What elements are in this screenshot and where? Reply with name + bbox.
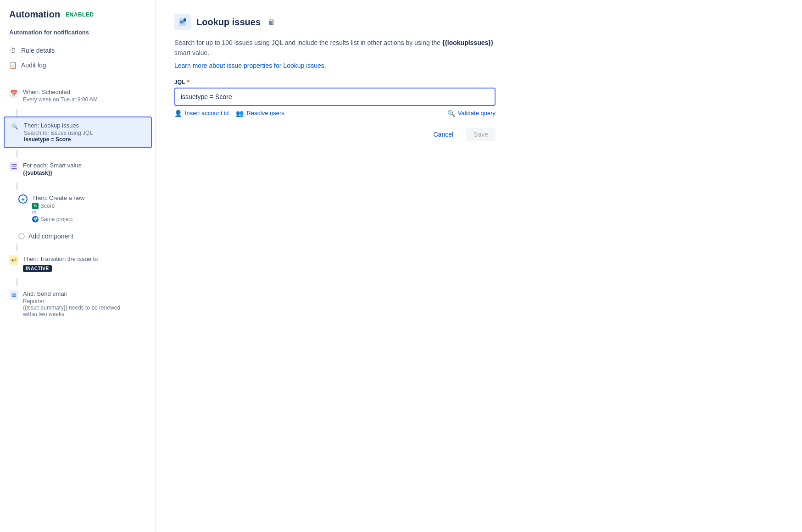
mail-icon: ✉ (9, 290, 18, 299)
lookup-icon: 🔍 (10, 122, 19, 131)
flow-item-for-each-title: For each: Smart value (23, 162, 146, 169)
connector-line-5 (17, 278, 17, 286)
flow-item-then-transition-content: Then: Transition the issue to INACTIVE (23, 255, 146, 272)
resolve-users-button[interactable]: 👥 Resolve users (236, 110, 284, 117)
flow-item-then-lookup-subtitle2: issuetype = Score (24, 136, 145, 143)
jql-label-text: JQL (174, 79, 185, 85)
connector-line-3 (17, 183, 17, 190)
flow-item-for-each[interactable]: ☰ For each: Smart value {{subtask}} (4, 157, 152, 181)
flow-item-and-send-email-subtitle2: {{issue.summary}} needs to be renewed (23, 305, 146, 311)
flow-item-then-create[interactable]: + Then: Create a new S Score in 🌍 Same p… (13, 190, 152, 227)
jql-input-container[interactable] (174, 88, 496, 106)
flow-item-and-send-email[interactable]: ✉ And: Send email Reporter {{issue.summa… (4, 286, 152, 322)
jql-input[interactable] (181, 93, 489, 100)
flow-item-when-scheduled[interactable]: 📅 When: Scheduled Every week on Tue at 9… (4, 84, 152, 107)
calendar-icon: 📅 (9, 89, 18, 98)
flow-item-and-send-email-title: And: Send email (23, 290, 146, 297)
svg-rect-2 (180, 22, 184, 23)
flow-item-then-transition-badge-container: INACTIVE (23, 264, 146, 272)
flow-item-then-transition[interactable]: ↩ Then: Transition the issue to INACTIVE (4, 251, 152, 277)
list-icon: ☰ (9, 162, 18, 171)
connector-line-4 (17, 244, 17, 251)
save-button[interactable]: Save (466, 128, 496, 141)
flow-container: 📅 When: Scheduled Every week on Tue at 9… (0, 84, 156, 324)
status-badge: ENABLED (66, 11, 94, 18)
sidebar-header: Automation ENABLED (0, 0, 156, 24)
connector-line-1 (17, 109, 17, 116)
sidebar-item-audit-log[interactable]: 📋 Audit log (4, 58, 152, 72)
transition-icon: ↩ (9, 255, 18, 265)
jql-field-label: JQL * (174, 78, 784, 86)
score-label: Score (40, 203, 55, 209)
connector-line-2 (17, 150, 17, 157)
main-content: Lookup issues 🗑 Search for up to 100 iss… (156, 0, 802, 532)
flow-item-then-transition-title: Then: Transition the issue to (23, 255, 146, 262)
users-icon: 👥 (236, 110, 244, 117)
add-component-button[interactable]: Add component (13, 229, 152, 244)
sidebar: Automation ENABLED Automation for notifi… (0, 0, 156, 532)
project-label: Same project (40, 216, 73, 222)
project-badge: 🌍 Same project (32, 216, 73, 222)
add-component-label: Add component (28, 233, 73, 240)
panel-header: Lookup issues 🗑 (174, 14, 784, 30)
sidebar-item-rule-details[interactable]: ⏱ Rule details (4, 43, 152, 58)
flow-item-for-each-subtitle: {{subtask}} (23, 170, 146, 176)
sidebar-title-item: Automation for notifications (4, 24, 152, 41)
clock-icon: ⏱ (9, 47, 17, 54)
sidebar-navigation: Automation for notifications ⏱ Rule deta… (0, 24, 156, 72)
insert-account-id-button[interactable]: 👤 Insert account id (174, 110, 228, 117)
flow-item-then-lookup-content: Then: Lookup issues Search for issues us… (24, 122, 145, 143)
flow-item-for-each-content: For each: Smart value {{subtask}} (23, 162, 146, 176)
plus-icon: + (18, 194, 28, 204)
sidebar-item-rule-details-label: Rule details (21, 47, 55, 54)
flow-item-then-lookup-subtitle1: Search for issues using JQL (24, 130, 145, 136)
clipboard-icon: 📋 (9, 61, 17, 69)
insert-account-id-label: Insert account id (185, 110, 228, 116)
resolve-users-label: Resolve users (246, 110, 284, 116)
flow-item-and-send-email-subtitle1: Reporter (23, 298, 146, 305)
circle-dot-icon (18, 233, 25, 239)
sidebar-divider (7, 80, 148, 80)
account-icon: 👤 (174, 110, 182, 117)
validate-query-label: Validate query (458, 110, 496, 116)
globe-icon: 🌍 (32, 216, 39, 222)
score-icon: S (32, 203, 39, 209)
flow-item-then-create-project: 🌍 Same project (32, 216, 146, 222)
panel-description: Search for up to 100 issues using JQL an… (174, 38, 496, 58)
flow-item-then-create-content: Then: Create a new S Score in 🌍 Same pro… (32, 194, 146, 222)
jql-actions: 👤 Insert account id 👥 Resolve users 🔍 Va… (174, 110, 496, 117)
flow-item-when-scheduled-content: When: Scheduled Every week on Tue at 9:0… (23, 89, 146, 103)
app-title: Automation (9, 9, 60, 20)
panel-smart-value: {{lookupIssues}} (442, 39, 493, 46)
required-indicator: * (187, 78, 189, 86)
validate-query-button[interactable]: 🔍 Validate query (447, 110, 496, 117)
cancel-button[interactable]: Cancel (426, 128, 461, 141)
flow-item-and-send-email-subtitle3: within two weeks (23, 311, 146, 317)
flow-item-then-lookup-title: Then: Lookup issues (24, 122, 145, 129)
flow-item-then-create-in: in (32, 209, 146, 216)
flow-item-when-scheduled-subtitle: Every week on Tue at 9:00 AM (23, 96, 146, 103)
inactive-badge: INACTIVE (23, 265, 52, 272)
learn-more-link[interactable]: Learn more about issue properties for Lo… (174, 62, 784, 69)
panel-footer: Cancel Save (174, 128, 496, 141)
score-badge: S Score (32, 203, 55, 209)
search-icon: 🔍 (447, 110, 455, 117)
sidebar-item-audit-log-label: Audit log (21, 61, 46, 69)
flow-item-then-lookup[interactable]: 🔍 Then: Lookup issues Search for issues … (4, 116, 152, 148)
panel-icon (174, 14, 191, 30)
panel-description-part1: Search for up to 100 issues using JQL an… (174, 39, 442, 46)
flow-item-then-create-title: Then: Create a new (32, 194, 146, 201)
flow-item-when-scheduled-title: When: Scheduled (23, 89, 146, 95)
delete-button[interactable]: 🗑 (266, 16, 277, 28)
panel-title: Lookup issues (196, 17, 261, 28)
panel-description-part2: smart value. (174, 49, 209, 56)
svg-point-3 (184, 18, 186, 21)
flow-item-then-create-score: S Score (32, 202, 146, 209)
flow-item-and-send-email-content: And: Send email Reporter {{issue.summary… (23, 290, 146, 317)
sidebar-section-title: Automation for notifications (9, 29, 89, 36)
